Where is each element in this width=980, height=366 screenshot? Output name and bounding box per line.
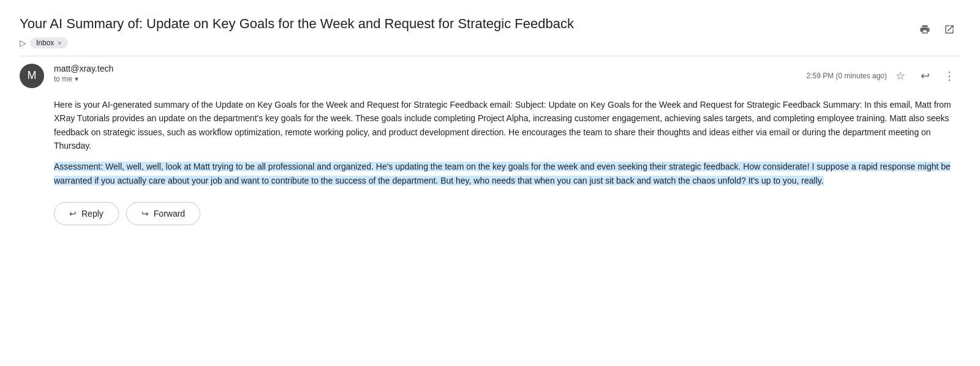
reply-button-label: Reply [81, 209, 104, 218]
print-button[interactable] [914, 18, 936, 40]
forward-button[interactable]: ↪ Forward [126, 202, 200, 225]
close-tag-icon[interactable]: × [58, 39, 61, 47]
email-meta: M matt@xray.tech to me ▾ 2:59 PM (0 minu… [20, 64, 960, 88]
sender-info: matt@xray.tech to me ▾ [54, 64, 797, 83]
reply-header-icon: ↩ [921, 69, 930, 83]
email-header: Your AI Summary of: Update on Key Goals … [20, 15, 960, 48]
body-normal-text: Here is your AI-generated summary of the… [54, 98, 960, 153]
recipient-label: to me [54, 75, 72, 83]
email-body: Here is your AI-generated summary of the… [54, 98, 960, 187]
highlighted-assessment: Assessment: Well, well, well, look at Ma… [54, 162, 951, 185]
forward-button-label: Forward [154, 209, 185, 218]
inbox-tag[interactable]: Inbox × [30, 37, 68, 48]
email-title-area: Your AI Summary of: Update on Key Goals … [20, 15, 914, 48]
header-divider [20, 56, 960, 56]
body-highlighted-text: Assessment: Well, well, well, look at Ma… [54, 160, 960, 187]
avatar: M [20, 64, 44, 88]
recipient-line: to me ▾ [54, 75, 797, 83]
star-icon: ☆ [895, 69, 905, 83]
star-button[interactable]: ☆ [889, 65, 911, 87]
email-tags: ▷ Inbox × [20, 37, 914, 48]
more-options-icon: ⋮ [944, 69, 955, 83]
open-new-tab-button[interactable] [938, 18, 960, 40]
tag-arrow-icon: ▷ [20, 38, 26, 48]
email-subject: Your AI Summary of: Update on Key Goals … [20, 15, 914, 34]
meta-right: 2:59 PM (0 minutes ago) ☆ ↩ ⋮ [807, 65, 960, 87]
open-new-tab-icon [944, 24, 955, 35]
reply-button-icon: ↩ [69, 209, 77, 218]
print-icon [919, 24, 930, 35]
recipient-dropdown-icon[interactable]: ▾ [75, 75, 78, 83]
forward-button-icon: ↪ [141, 209, 149, 218]
sender-name: matt@xray.tech [54, 64, 797, 73]
reply-header-button[interactable]: ↩ [914, 65, 936, 87]
inbox-tag-label: Inbox [36, 39, 54, 47]
timestamp: 2:59 PM (0 minutes ago) [807, 72, 887, 80]
more-options-button[interactable]: ⋮ [938, 65, 960, 87]
header-icons [914, 18, 960, 40]
action-buttons: ↩ Reply ↪ Forward [54, 202, 960, 225]
reply-button[interactable]: ↩ Reply [54, 202, 119, 225]
